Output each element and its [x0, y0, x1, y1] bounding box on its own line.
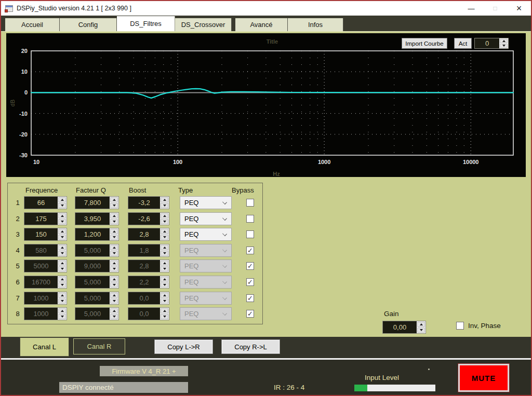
spin-down-button[interactable] — [110, 251, 118, 256]
spin-down-button[interactable] — [58, 203, 66, 208]
minimize-icon[interactable]: — — [459, 1, 483, 16]
spin-down-button[interactable] — [110, 298, 118, 304]
tab-canal-l[interactable]: Canal L — [20, 337, 69, 357]
inv-phase-checkbox[interactable] — [456, 322, 464, 330]
spin-down-button[interactable] — [110, 282, 118, 288]
spin-up-button[interactable] — [110, 213, 118, 219]
act-value[interactable]: 0 — [475, 38, 499, 48]
frequency-spinner[interactable]: 580 — [24, 244, 67, 257]
type-dropdown[interactable]: PEQ — [180, 260, 232, 272]
facteur-q-spinner[interactable]: 3,950 — [75, 212, 119, 225]
spin-down-button[interactable] — [161, 251, 168, 256]
spin-up-button[interactable] — [161, 293, 168, 298]
type-dropdown[interactable]: PEQ — [180, 292, 232, 305]
spin-up-button[interactable] — [110, 229, 118, 234]
spin-up-button[interactable] — [161, 213, 168, 219]
frequency-spinner[interactable]: 66 — [24, 196, 67, 209]
spin-up-button[interactable] — [110, 293, 118, 298]
act-button[interactable]: Act — [454, 38, 472, 49]
spin-down-button[interactable] — [110, 203, 118, 208]
spin-down-button[interactable] — [417, 327, 425, 333]
boost-spinner[interactable]: 0,0 — [128, 307, 169, 320]
tab-config[interactable]: Config — [60, 18, 117, 31]
bypass-checkbox[interactable] — [246, 199, 254, 207]
spin-up-button[interactable] — [58, 213, 66, 219]
bypass-checkbox[interactable]: ✓ — [246, 278, 254, 286]
spin-down-button[interactable] — [110, 314, 118, 319]
boost-spinner[interactable]: -3,2 — [128, 196, 169, 209]
facteur-q-spinner[interactable]: 5,000 — [75, 307, 119, 320]
copy-r-to-l-button[interactable]: Copy R->L — [221, 339, 280, 354]
spin-up-button[interactable] — [110, 261, 118, 266]
type-dropdown[interactable]: PEQ — [180, 228, 232, 241]
spin-down-button[interactable] — [161, 203, 168, 208]
frequency-spinner[interactable]: 175 — [24, 212, 67, 225]
frequency-spinner[interactable]: 1000 — [24, 292, 67, 305]
bypass-checkbox[interactable]: ✓ — [246, 310, 254, 318]
type-dropdown[interactable]: PEQ — [180, 196, 232, 209]
spin-up-button[interactable] — [500, 39, 508, 43]
bypass-checkbox[interactable]: ✓ — [246, 262, 254, 270]
spin-down-button[interactable] — [161, 235, 168, 240]
tab-accueil[interactable]: Accueil — [5, 18, 60, 31]
spin-up-button[interactable] — [110, 197, 118, 202]
tab-canal-r[interactable]: Canal R — [73, 338, 125, 354]
spin-up-button[interactable] — [58, 277, 66, 282]
boost-spinner[interactable]: 1,8 — [128, 244, 169, 257]
import-courbe-button[interactable]: Import Courbe — [402, 38, 447, 49]
bypass-checkbox[interactable]: ✓ — [246, 294, 254, 302]
spin-up-button[interactable] — [110, 308, 118, 313]
type-dropdown[interactable]: PEQ — [180, 212, 232, 225]
bypass-checkbox[interactable]: ✓ — [246, 247, 254, 254]
type-dropdown[interactable]: PEQ — [180, 276, 232, 289]
type-dropdown[interactable]: PEQ — [180, 244, 232, 257]
spin-down-button[interactable] — [58, 235, 66, 240]
spin-up-button[interactable] — [161, 245, 168, 250]
act-spinner[interactable]: 0 — [474, 38, 509, 49]
spin-down-button[interactable] — [58, 266, 66, 271]
copy-l-to-r-button[interactable]: Copy L->R — [154, 339, 213, 354]
type-dropdown[interactable]: PEQ — [180, 307, 232, 320]
spin-up-button[interactable] — [110, 277, 118, 282]
maximize-icon[interactable]: □ — [483, 1, 507, 16]
spin-down-button[interactable] — [58, 298, 66, 304]
boost-spinner[interactable]: 2,8 — [128, 260, 169, 272]
bypass-checkbox[interactable] — [246, 230, 254, 238]
close-icon[interactable]: × — [507, 1, 531, 16]
frequency-spinner[interactable]: 150 — [24, 228, 67, 241]
facteur-q-spinner[interactable]: 5,000 — [75, 292, 119, 305]
spin-up-button[interactable] — [417, 322, 425, 327]
frequency-spinner[interactable]: 5000 — [24, 260, 67, 272]
boost-spinner[interactable]: -2,6 — [128, 212, 169, 225]
spin-up-button[interactable] — [161, 308, 168, 313]
spin-down-button[interactable] — [110, 219, 118, 224]
spin-up-button[interactable] — [110, 245, 118, 250]
facteur-q-spinner[interactable]: 5,000 — [75, 244, 119, 257]
spin-up-button[interactable] — [58, 245, 66, 250]
tab-ds-filtres[interactable]: DS_Filtres — [117, 16, 175, 31]
spin-down-button[interactable] — [161, 266, 168, 271]
spin-up-button[interactable] — [161, 229, 168, 234]
facteur-q-spinner[interactable]: 5,000 — [75, 276, 119, 289]
spin-down-button[interactable] — [110, 235, 118, 240]
spin-down-button[interactable] — [161, 314, 168, 319]
spin-down-button[interactable] — [161, 282, 168, 288]
spin-up-button[interactable] — [58, 261, 66, 266]
spin-down-button[interactable] — [58, 251, 66, 256]
boost-spinner[interactable]: 2,2 — [128, 276, 169, 289]
spin-down-button[interactable] — [161, 298, 168, 304]
spin-up-button[interactable] — [58, 293, 66, 298]
frequency-spinner[interactable]: 16700 — [24, 276, 67, 289]
spin-up-button[interactable] — [58, 308, 66, 313]
spin-down-button[interactable] — [58, 314, 66, 319]
facteur-q-spinner[interactable]: 7,800 — [75, 196, 119, 209]
gain-spinner[interactable]: 0,00 — [382, 321, 426, 334]
tab-ds-crossover[interactable]: DS_Crossover — [175, 18, 232, 31]
frequency-spinner[interactable]: 1000 — [24, 307, 67, 320]
spin-down-button[interactable] — [161, 219, 168, 224]
spin-up-button[interactable] — [161, 197, 168, 202]
spin-down-button[interactable] — [58, 282, 66, 288]
spin-down-button[interactable] — [500, 44, 508, 48]
spin-down-button[interactable] — [110, 266, 118, 271]
bypass-checkbox[interactable] — [246, 215, 254, 223]
